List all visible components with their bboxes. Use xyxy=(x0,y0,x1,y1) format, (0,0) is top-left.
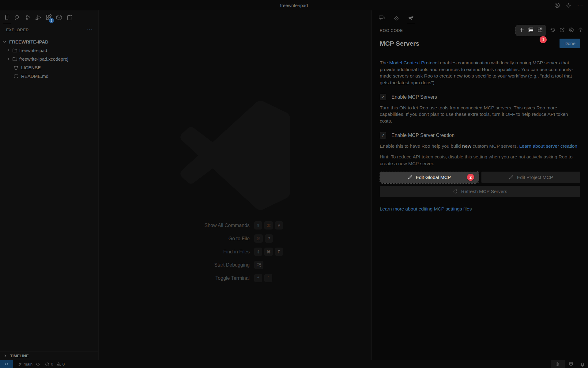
refresh-icon xyxy=(453,189,458,194)
chevron-down-icon xyxy=(2,40,7,44)
shortcut-label: Go to File xyxy=(228,236,250,241)
zoom-indicator[interactable] xyxy=(551,360,565,368)
tree-item-file[interactable]: LICENSE xyxy=(0,63,98,72)
ai-edit-icon[interactable] xyxy=(64,11,75,24)
mcp-settings-docs-link[interactable]: Learn more about editing MCP settings fi… xyxy=(380,206,472,212)
tree-item-file[interactable]: README.md xyxy=(0,72,98,80)
mcp-intro-text: The Model Context Protocol enables commu… xyxy=(380,59,580,86)
enable-mcp-creation-checkbox[interactable]: ✓ xyxy=(380,132,386,138)
done-button[interactable]: Done xyxy=(560,39,580,48)
chevron-right-icon xyxy=(6,57,10,61)
extensions-icon[interactable]: 2 xyxy=(43,11,54,24)
new-task-plus-icon[interactable] xyxy=(519,27,524,34)
mcp-settings-body: The Model Context Protocol enables commu… xyxy=(372,53,588,212)
highlighted-icon-group: 1 xyxy=(515,25,546,36)
zoom-in-icon xyxy=(555,362,560,367)
enable-mcp-servers-checkbox[interactable]: ✓ xyxy=(380,94,386,100)
timeline-section[interactable]: TIMELINE xyxy=(0,351,98,360)
enable-mcp-creation-label: Enable MCP Server Creation xyxy=(391,132,454,139)
search-icon[interactable] xyxy=(12,11,23,24)
token-cost-hint: Hint: To reduce API token costs, disable… xyxy=(380,154,580,167)
roo-face-icon[interactable] xyxy=(565,360,577,368)
containers-cube-icon[interactable] xyxy=(54,11,64,24)
run-debug-icon[interactable] xyxy=(33,11,43,24)
key-cap: ` xyxy=(264,274,272,282)
edit-global-mcp-button[interactable]: Edit Global MCP 2 xyxy=(380,172,479,183)
key-cap: ⌘ xyxy=(254,234,263,243)
layers-icon[interactable] xyxy=(392,11,401,24)
checkmark-icon: ✓ xyxy=(381,94,385,101)
key-cap: F5 xyxy=(254,261,263,269)
open-external-icon[interactable] xyxy=(560,27,565,34)
explorer-more-icon[interactable]: ··· xyxy=(87,27,93,32)
license-scales-icon xyxy=(13,65,19,70)
notifications-bell-icon[interactable] xyxy=(577,360,588,368)
shortcut-label: Toggle Terminal xyxy=(215,275,250,281)
explorer-header: EXPLORER ··· xyxy=(0,25,98,35)
errors-icon xyxy=(45,362,49,366)
history-icon[interactable] xyxy=(550,27,556,34)
settings-gear-icon[interactable] xyxy=(578,27,583,34)
annotation-badge-2: 2 xyxy=(467,174,474,181)
key-cap: ⇧ xyxy=(254,248,262,256)
more-actions-icon[interactable]: ··· xyxy=(577,2,583,8)
explorer-icon[interactable] xyxy=(2,11,12,24)
readme-info-icon xyxy=(13,74,19,79)
account-icon[interactable] xyxy=(569,27,574,34)
keyboard-shortcuts-watermark: Show All Commands ⇧ ⌘ P Go to File ⌘ P F… xyxy=(205,221,372,282)
editor-area: Show All Commands ⇧ ⌘ P Go to File ⌘ P F… xyxy=(99,10,371,360)
remote-icon xyxy=(4,362,9,366)
tree-root-folder[interactable]: FREEWRITE-IPAD xyxy=(0,37,98,46)
page-title: MCP Servers xyxy=(380,40,560,47)
key-cap: ⌘ xyxy=(264,248,273,256)
shortcut-label: Start Debugging xyxy=(214,262,250,268)
branch-status[interactable]: main xyxy=(18,362,40,366)
warnings-icon xyxy=(56,362,61,366)
enable-mcp-creation-row: ✓ Enable MCP Server Creation xyxy=(380,132,580,139)
chat-icon[interactable] xyxy=(377,11,386,24)
key-cap: F xyxy=(275,248,283,256)
workbench: 2 EXPLORER ··· xyxy=(0,10,588,360)
sync-icon xyxy=(36,362,40,366)
window-title: freewrite-ipad xyxy=(280,3,308,8)
enable-mcp-servers-row: ✓ Enable MCP Servers xyxy=(380,94,580,101)
key-cap: P xyxy=(265,234,273,243)
key-cap: P xyxy=(275,221,283,230)
edit-project-mcp-button[interactable]: Edit Project MCP xyxy=(481,172,580,183)
folder-icon xyxy=(12,48,17,53)
mcp-servers-icon[interactable] xyxy=(528,27,533,34)
secondary-activity-bar xyxy=(372,10,588,25)
key-cap: ^ xyxy=(254,274,262,282)
key-cap: ⇧ xyxy=(254,221,262,230)
vscode-watermark-logo xyxy=(178,101,292,211)
panel-title: ROO CODE xyxy=(380,28,515,33)
tree-item-folder[interactable]: freewrite-ipad xyxy=(0,46,98,55)
annotation-badge-1: 1 xyxy=(540,36,547,43)
remote-indicator[interactable] xyxy=(0,360,13,368)
chevron-right-icon xyxy=(3,354,7,358)
model-context-protocol-link[interactable]: Model Context Protocol xyxy=(389,60,439,65)
tree-item-folder[interactable]: freewrite-ipad.xcodeproj xyxy=(0,55,98,63)
pencil-icon xyxy=(509,175,514,180)
settings-gear-icon[interactable] xyxy=(566,3,571,8)
account-icon[interactable] xyxy=(555,3,560,8)
refresh-mcp-servers-button[interactable]: Refresh MCP Servers xyxy=(380,186,580,197)
mcp-edit-buttons: Edit Global MCP 2 Edit Project MCP xyxy=(380,172,580,183)
checkmark-icon: ✓ xyxy=(381,132,385,139)
enable-mcp-servers-label: Enable MCP Servers xyxy=(391,94,437,101)
panel-header: ROO CODE xyxy=(372,25,588,36)
file-tree: FREEWRITE-IPAD freewrite-ipad freewrite- xyxy=(0,37,98,80)
left-sidebar: 2 EXPLORER ··· xyxy=(0,10,99,360)
git-branch-icon xyxy=(18,362,22,366)
source-control-icon[interactable] xyxy=(23,11,33,24)
pencil-icon xyxy=(408,175,413,180)
mcp-marketplace-icon[interactable] xyxy=(537,27,543,34)
explorer-title: EXPLORER xyxy=(6,28,29,32)
problems-status[interactable]: 0 0 xyxy=(45,362,65,366)
roo-kangaroo-icon[interactable] xyxy=(406,11,416,24)
server-creation-link[interactable]: Learn about server creation xyxy=(519,143,577,149)
roo-code-panel: ROO CODE xyxy=(371,10,588,360)
mcp-servers-header: MCP Servers Done xyxy=(372,36,588,53)
activity-bar: 2 xyxy=(0,10,98,25)
enable-mcp-creation-description: Enable this to have Roo help you build n… xyxy=(380,143,580,150)
